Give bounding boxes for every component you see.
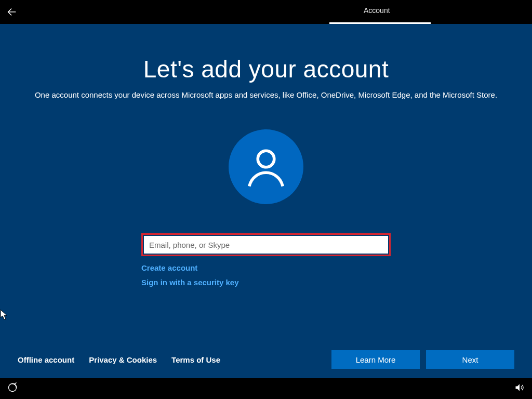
action-buttons: Learn More Next — [331, 350, 514, 369]
svg-point-1 — [258, 151, 274, 167]
main-content: Let's add your account One account conne… — [0, 24, 532, 287]
security-key-row: Sign in with a security key — [141, 278, 391, 287]
email-input-highlight — [141, 233, 391, 256]
security-key-link[interactable]: Sign in with a security key — [141, 278, 239, 287]
learn-more-button[interactable]: Learn More — [331, 350, 420, 369]
offline-account-link[interactable]: Offline account — [18, 355, 74, 364]
volume-icon — [514, 382, 525, 393]
back-button[interactable] — [0, 0, 24, 24]
privacy-cookies-link[interactable]: Privacy & Cookies — [89, 355, 157, 364]
svg-marker-4 — [516, 384, 520, 391]
form-area: Create account Sign in with a security k… — [0, 233, 532, 287]
bottom-bar: Offline account Privacy & Cookies Terms … — [0, 344, 532, 375]
tab-underline — [329, 22, 431, 24]
terms-of-use-link[interactable]: Terms of Use — [171, 355, 220, 364]
create-account-row: Create account — [141, 263, 391, 273]
next-button[interactable]: Next — [426, 350, 514, 369]
bottom-links: Offline account Privacy & Cookies Terms … — [18, 355, 220, 364]
email-input[interactable] — [144, 236, 388, 254]
cursor-icon — [0, 309, 8, 321]
volume-button[interactable] — [514, 382, 525, 395]
ease-of-access-button[interactable] — [7, 382, 18, 395]
page-heading: Let's add your account — [0, 55, 532, 83]
tab-account-label[interactable]: Account — [364, 6, 390, 15]
user-avatar — [229, 129, 303, 204]
taskbar — [0, 378, 532, 399]
create-account-link[interactable]: Create account — [141, 263, 197, 272]
svg-line-3 — [15, 382, 16, 384]
page-subheading: One account connects your device across … — [0, 90, 532, 99]
title-bar: Account — [0, 0, 532, 24]
person-icon — [243, 143, 289, 190]
ease-of-access-icon — [7, 382, 18, 393]
back-arrow-icon — [6, 6, 18, 18]
avatar-container — [0, 129, 532, 204]
